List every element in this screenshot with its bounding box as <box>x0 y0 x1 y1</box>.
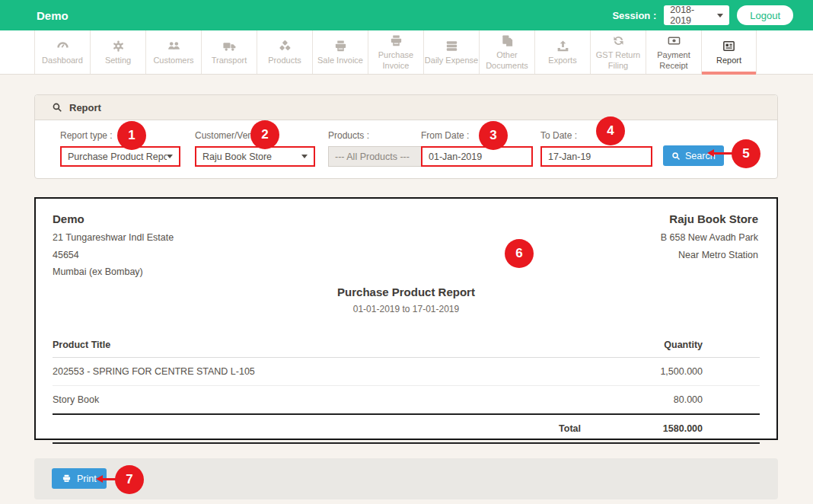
vendor-name: Raju Book Store <box>661 212 758 225</box>
newspaper-icon <box>722 39 736 53</box>
printer-icon <box>62 474 72 483</box>
nav-item-payment-receipt[interactable]: Payment Receipt <box>646 30 701 74</box>
page: Demo Session : 2018-2019 Logout Dashboar… <box>0 0 813 504</box>
session-select-value: 2018-2019 <box>670 5 713 26</box>
company-address-block: Demo 21 Tungareshwar Indl Estate 45654 M… <box>53 212 760 281</box>
vendor-address-line: B 658 New Avadh Park <box>661 229 758 247</box>
nav-label: Setting <box>105 56 131 65</box>
sync-icon <box>611 33 626 48</box>
nav-label: Customers <box>153 56 193 65</box>
quantity-cell: 1,500.000 <box>581 357 760 385</box>
company-name: Demo <box>53 212 760 225</box>
total-label: Total <box>482 414 581 443</box>
users-icon <box>167 39 181 53</box>
nav-item-exports[interactable]: Exports <box>534 30 590 74</box>
nav-label: Sale Invoice <box>317 56 363 65</box>
search-icon <box>671 152 681 161</box>
main-nav: Dashboard Setting Customers Transport Pr… <box>0 30 813 75</box>
nav-label: Exports <box>548 56 576 65</box>
app-title: Demo <box>37 9 69 22</box>
search-icon <box>52 102 62 113</box>
session-area: Session : 2018-2019 Logout <box>612 0 793 30</box>
table-header-row: Product Title Quantity <box>53 333 760 358</box>
vendor-address-block: Raju Book Store B 658 New Avadh Park Nea… <box>661 212 758 263</box>
search-button[interactable]: Search <box>663 145 724 166</box>
session-label: Session : <box>612 10 656 21</box>
vendor-address-line: Near Metro Station <box>661 247 758 264</box>
nav-label: Transport <box>212 56 247 65</box>
column-product-title: Product Title <box>53 333 581 358</box>
nav-item-daily-expense[interactable]: Daily Expense <box>423 30 479 74</box>
nav-item-gst-return-filing[interactable]: GST Return Filing <box>590 30 646 74</box>
nav-label: Other Documents <box>480 50 534 70</box>
nav-label: Purchase Invoice <box>368 50 423 70</box>
session-select[interactable]: 2018-2019 <box>664 5 729 25</box>
company-address-line: 21 Tungareshwar Indl Estate <box>53 229 760 247</box>
filter-panel-header: Report <box>35 95 777 120</box>
table-row: Story Book 80.000 <box>53 385 760 414</box>
caret-down-icon <box>717 14 723 18</box>
stack-icon <box>445 39 459 53</box>
report-table: Product Title Quantity 202553 - SPRING F… <box>53 333 760 444</box>
annotation-badge-7: 7 <box>115 465 144 494</box>
annotation-badge-6: 6 <box>505 239 534 268</box>
nav-item-purchase-invoice[interactable]: Purchase Invoice <box>368 30 423 74</box>
caret-down-icon <box>167 155 173 158</box>
nav-item-transport[interactable]: Transport <box>201 30 257 74</box>
nav-label: GST Return Filing <box>591 50 646 70</box>
report-title: Purchase Product Report <box>53 285 760 298</box>
nav-item-products[interactable]: Products <box>257 30 312 74</box>
quantity-cell: 80.000 <box>581 385 760 414</box>
company-address-line: 45654 <box>53 247 760 264</box>
report-type-select[interactable]: Purchase Product Repc <box>60 146 180 167</box>
table-row: 202553 - SPRING FOR CENTRE STAND L-105 1… <box>53 357 760 385</box>
company-address-line: Mumbai (ex Bombay) <box>53 263 760 281</box>
nav-item-other-documents[interactable]: Other Documents <box>479 30 534 74</box>
printer-icon <box>389 33 403 48</box>
customer-vendor-select[interactable]: Raju Book Store <box>195 146 315 167</box>
product-cell: Story Book <box>53 385 581 414</box>
banknote-icon <box>667 33 681 48</box>
gear-icon <box>111 39 126 53</box>
filter-panel-title: Report <box>69 102 101 113</box>
cubes-icon <box>278 39 292 53</box>
annotation-badge-3: 3 <box>479 121 508 150</box>
documents-icon <box>500 33 515 48</box>
nav-item-customers[interactable]: Customers <box>145 30 201 74</box>
logout-button[interactable]: Logout <box>737 5 793 25</box>
table-total-row: Total 1580.000 <box>53 414 760 443</box>
caret-down-icon <box>301 155 308 158</box>
product-cell: 202553 - SPRING FOR CENTRE STAND L-105 <box>53 357 581 385</box>
top-bar: Demo Session : 2018-2019 Logout <box>0 0 813 30</box>
total-quantity: 1580.000 <box>581 414 760 443</box>
printer-icon <box>333 39 348 53</box>
nav-item-sale-invoice[interactable]: Sale Invoice <box>312 30 368 74</box>
print-panel: Print <box>34 458 778 499</box>
truck-icon <box>222 39 237 53</box>
nav-item-report[interactable]: Report <box>701 30 757 74</box>
upload-icon <box>556 39 570 53</box>
nav-item-setting[interactable]: Setting <box>90 30 145 74</box>
report-preview: Demo 21 Tungareshwar Indl Estate 45654 M… <box>34 197 778 440</box>
nav-label: Products <box>268 56 301 65</box>
annotation-badge-1: 1 <box>117 121 146 150</box>
nav-item-dashboard[interactable]: Dashboard <box>34 30 90 74</box>
from-date-field: From Date : 01-Jan-2019 <box>421 130 533 167</box>
annotation-badge-5: 5 <box>732 139 760 168</box>
from-date-input[interactable]: 01-Jan-2019 <box>421 146 533 167</box>
column-quantity: Quantity <box>581 333 760 358</box>
nav-label: Report <box>716 56 741 65</box>
nav-label: Payment Receipt <box>646 50 701 70</box>
annotation-badge-4: 4 <box>596 116 625 145</box>
report-date-range: 01-01-2019 to 17-01-2019 <box>53 304 760 314</box>
annotation-badge-2: 2 <box>250 120 279 149</box>
nav-label: Dashboard <box>42 56 83 65</box>
gauge-icon <box>56 39 70 53</box>
nav-label: Daily Expense <box>425 56 478 65</box>
to-date-input[interactable]: 17-Jan-19 <box>540 146 652 167</box>
from-date-label: From Date : <box>421 130 533 141</box>
